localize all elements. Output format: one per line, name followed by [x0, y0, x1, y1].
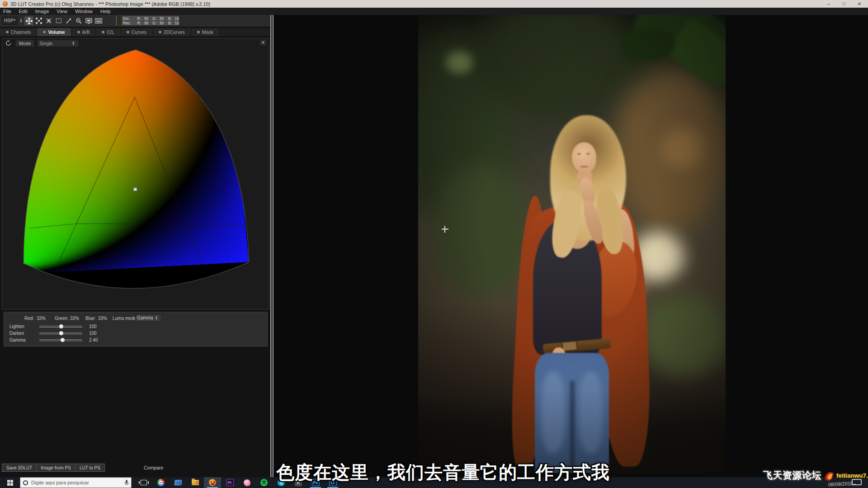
menu-window[interactable]: Window	[75, 9, 93, 14]
taskbar-premiere[interactable]: Pr	[221, 477, 238, 488]
close-button[interactable]: ✕	[852, 0, 867, 8]
panel-menu-button[interactable]: ▼	[259, 39, 267, 46]
luma-mode-label: Luma mode	[113, 316, 137, 321]
3dlut-creator-icon	[209, 479, 216, 486]
display-icon[interactable]	[84, 16, 93, 25]
lighten-slider[interactable]	[39, 326, 82, 328]
mode-spinner: ▲▼	[72, 41, 75, 46]
lut-to-ps-button[interactable]: LUT to PS	[75, 464, 104, 471]
gamma-label: Gamma	[9, 338, 26, 343]
lighten-value: 100	[89, 324, 97, 329]
menu-file[interactable]: File	[3, 9, 11, 14]
watermark-logo-icon	[825, 471, 835, 483]
taskbar-chrome[interactable]	[152, 477, 170, 488]
tab-bar: Channels Volume A/B C/L Curves 2DCurves …	[0, 28, 271, 36]
colorspace-spinner[interactable]: ▲▼	[19, 19, 22, 23]
photo-vignette	[418, 15, 726, 473]
tab-cl[interactable]: C/L	[96, 28, 120, 36]
windows-logo-icon	[7, 480, 13, 486]
luma-mode-spinner: ▲▼	[155, 316, 158, 320]
tab-bullet	[43, 31, 46, 33]
lighten-label: Lighten	[9, 324, 24, 329]
slider-row-lighten: Lighten 100	[4, 324, 267, 329]
green-label: Green:	[55, 316, 69, 321]
action-button-group: Save 3DLUT Image from PS LUT to PS	[2, 464, 105, 472]
gamma-value: 2.40	[89, 338, 98, 343]
panel-divider[interactable]	[270, 15, 274, 477]
tab-ab[interactable]: A/B	[71, 28, 96, 36]
pc-icon	[174, 480, 182, 485]
gamut-center-marker	[133, 188, 137, 191]
maximize-button[interactable]: □	[836, 0, 852, 8]
menu-image[interactable]: Image	[35, 9, 49, 14]
slider-row-gamma: Gamma 2.40	[4, 338, 267, 343]
mode-value: Single	[39, 41, 52, 46]
mode-label: Mode	[15, 40, 34, 47]
blue-label: Blue:	[85, 316, 96, 321]
green-value: 33%	[70, 316, 79, 321]
minimize-button[interactable]: –	[821, 0, 836, 8]
blue-value: 33%	[98, 316, 107, 321]
taskbar-pc[interactable]	[170, 477, 187, 488]
lighten-knob[interactable]	[59, 324, 63, 328]
title-bar: 3D LUT Creator Pro (c) Oleg Sharonov - *…	[0, 0, 868, 8]
luma-mode-select[interactable]: Gamma ▲▼	[135, 314, 161, 322]
mesh-grid-icon[interactable]	[34, 16, 43, 25]
reset-icon[interactable]	[5, 40, 11, 46]
tab-bullet	[102, 31, 104, 33]
search-placeholder: Digite aqui para pesquisar	[31, 480, 122, 485]
luma-mode-value: Gamma	[137, 315, 153, 320]
tab-bullet	[159, 31, 161, 33]
subtitle-text: 色度在这里，我们去音量它的工作方式我	[253, 460, 633, 485]
tab-volume[interactable]: Volume	[37, 28, 71, 36]
action-center-icon[interactable]	[852, 479, 862, 485]
search-icon	[23, 480, 28, 485]
menu-view[interactable]: View	[57, 9, 67, 14]
darken-slider[interactable]	[39, 333, 82, 334]
color-probe: Src: R:30 G:30 B:15 Rec: R:30 G:30 B:15	[115, 15, 179, 26]
taskbar-search[interactable]: Digite aqui para pesquisar	[20, 477, 132, 488]
premiere-icon: Pr	[226, 479, 234, 486]
chrome-icon	[157, 479, 165, 486]
menu-help[interactable]: Help	[100, 9, 111, 14]
task-view-icon	[141, 480, 147, 485]
arrows-collapse-icon[interactable]	[44, 16, 53, 25]
darken-label: Darken	[9, 331, 24, 336]
app-icon	[3, 1, 8, 6]
tab-bullet	[77, 31, 80, 33]
tab-2dcurves[interactable]: 2DCurves	[153, 28, 191, 36]
taskbar-file-explorer[interactable]	[187, 477, 204, 488]
gamma-slider[interactable]	[39, 339, 82, 341]
darken-knob[interactable]	[59, 331, 63, 335]
eyedropper-icon[interactable]	[64, 16, 73, 25]
darken-value: 100	[89, 331, 97, 336]
crosshair-cursor	[442, 226, 448, 233]
taskbar-task-view[interactable]	[135, 477, 152, 488]
color-gamut-triangle[interactable]	[3, 48, 268, 309]
colorspace-select[interactable]: HSPe	[2, 17, 18, 25]
microphone-icon[interactable]	[125, 480, 128, 486]
watermark-site-url: feitianwu7.com	[836, 472, 868, 479]
red-label: Red:	[24, 316, 34, 321]
rectangle-select-icon[interactable]	[54, 16, 63, 25]
tab-mask[interactable]: Mask	[191, 28, 220, 36]
image-from-ps-button[interactable]: Image from PS	[37, 464, 75, 471]
save-3dlut-button[interactable]: Save 3DLUT	[2, 464, 37, 471]
mode-select[interactable]: Single ▲▼	[37, 40, 79, 47]
menu-edit[interactable]: Edit	[19, 9, 28, 14]
tab-bullet	[197, 31, 200, 33]
keyboard-panel-icon[interactable]	[94, 16, 103, 25]
tab-channels[interactable]: Channels	[0, 28, 37, 36]
mode-row: Mode Single ▲▼ ▼	[2, 38, 269, 48]
taskbar-3dlut-creator[interactable]	[204, 477, 221, 488]
start-button[interactable]	[0, 477, 20, 488]
probe-swatch	[117, 16, 122, 25]
gamma-knob[interactable]	[61, 338, 65, 342]
red-value: 33%	[37, 316, 46, 321]
move-icon[interactable]	[24, 16, 33, 25]
tab-curves[interactable]: Curves	[121, 28, 153, 36]
probe-rec-row: Rec: R:30 G:30 B:15	[123, 21, 179, 25]
compare-button[interactable]: Compare	[144, 465, 163, 470]
zoom-tool-icon[interactable]	[74, 16, 83, 25]
photo-preview	[418, 15, 726, 473]
